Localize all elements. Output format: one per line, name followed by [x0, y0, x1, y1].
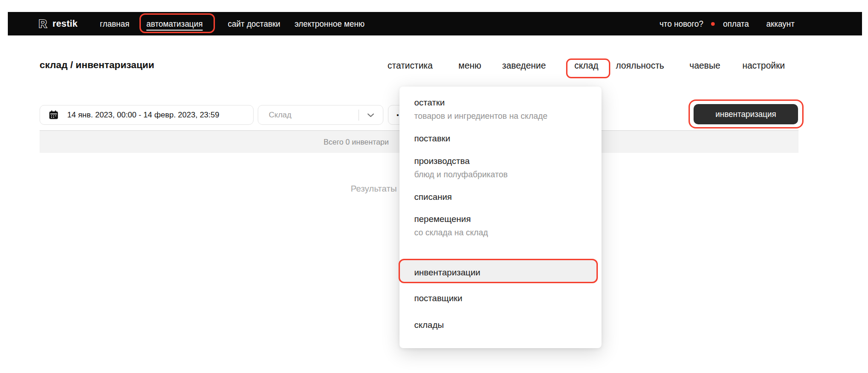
restik-logo-icon: R — [37, 18, 48, 30]
nav-item-account[interactable]: аккаунт — [766, 19, 794, 29]
svg-text:R: R — [39, 18, 46, 30]
menu-item-inventories-label: инвентаризации — [414, 260, 480, 285]
tab-venue[interactable]: заведение — [502, 60, 546, 71]
tab-statistics[interactable]: статистика — [388, 60, 433, 71]
summary-total-text: Всего 0 инвентари — [324, 131, 389, 153]
notification-dot — [711, 22, 715, 26]
warehouse-select-placeholder: Склад — [269, 111, 291, 120]
menu-item-inventories[interactable]: инвентаризации — [399, 259, 598, 283]
date-range-value: 14 янв. 2023, 00:00 - 14 февр. 2023, 23:… — [67, 111, 219, 120]
tab-settings[interactable]: настройки — [742, 60, 785, 71]
chevron-down-icon — [367, 113, 374, 117]
nav-item-payment[interactable]: оплата — [723, 19, 749, 29]
menu-item-productions[interactable]: производства — [414, 156, 470, 166]
logo-text: restik — [52, 18, 78, 29]
warehouse-dropdown-menu: остатки товаров и ингредиентов на складе… — [399, 87, 602, 348]
empty-results-text: Результаты — [351, 184, 397, 194]
inventory-button[interactable]: инвентаризация — [694, 104, 798, 124]
menu-item-stock[interactable]: остатки — [414, 98, 445, 108]
select-divider — [359, 110, 359, 121]
warehouse-select[interactable]: Склад — [258, 105, 383, 125]
tab-loyalty[interactable]: лояльность — [616, 60, 664, 71]
restik-logo[interactable]: R restik — [37, 18, 78, 30]
tab-menu[interactable]: меню — [458, 60, 481, 71]
calendar-icon — [49, 110, 58, 120]
page-title: склад / инвентаризации — [40, 59, 154, 70]
nav-item-whats-new[interactable]: что нового? — [660, 19, 703, 29]
nav-item-automation[interactable]: автоматизация — [146, 19, 203, 29]
date-range-picker[interactable]: 14 янв. 2023, 00:00 - 14 февр. 2023, 23:… — [40, 105, 254, 125]
menu-item-supplies[interactable]: поставки — [414, 134, 450, 144]
tab-tips[interactable]: чаевые — [689, 60, 720, 71]
tab-warehouse[interactable]: склад — [574, 60, 598, 71]
top-navbar: R restik главная автоматизация сайт дост… — [8, 12, 862, 35]
nav-item-emenu[interactable]: электронное меню — [295, 19, 365, 29]
menu-item-writeoffs[interactable]: списания — [414, 192, 452, 202]
nav-item-delivery-site[interactable]: сайт доставки — [228, 19, 280, 29]
menu-item-vendors[interactable]: поставщики — [414, 293, 463, 303]
menu-item-productions-subtitle: блюд и полуфабрикатов — [414, 170, 508, 180]
nav-item-main[interactable]: главная — [100, 19, 129, 29]
menu-item-stock-subtitle: товаров и ингредиентов на складе — [414, 111, 547, 121]
menu-item-warehouses[interactable]: склады — [414, 320, 444, 330]
menu-item-transfers[interactable]: перемещения — [414, 214, 471, 224]
menu-item-transfers-subtitle: со склада на склад — [414, 228, 488, 238]
